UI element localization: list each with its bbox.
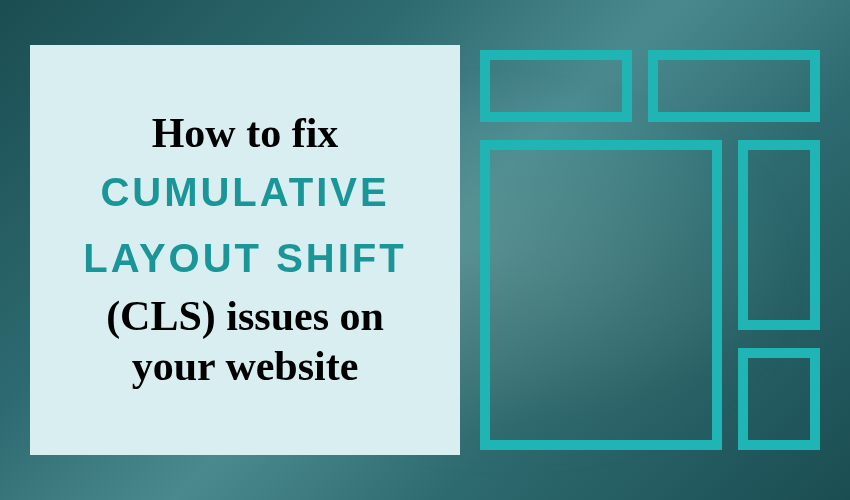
wireframe-box-sidebar-top [738,140,820,330]
layout-wireframe-icon [480,50,820,450]
title-outro-line1: (CLS) issues on [106,291,384,341]
title-outro-line2: your website [132,341,359,391]
title-highlight-line2: LAYOUT SHIFT [83,233,406,283]
wireframe-box-header-left [480,50,632,122]
wireframe-box-header-right [648,50,820,122]
title-intro: How to fix [152,108,339,158]
wireframe-box-main [480,140,722,450]
title-highlight-line1: CUMULATIVE [100,167,389,217]
wireframe-box-sidebar-bottom [738,348,820,450]
title-card: How to fix CUMULATIVE LAYOUT SHIFT (CLS)… [30,45,460,455]
